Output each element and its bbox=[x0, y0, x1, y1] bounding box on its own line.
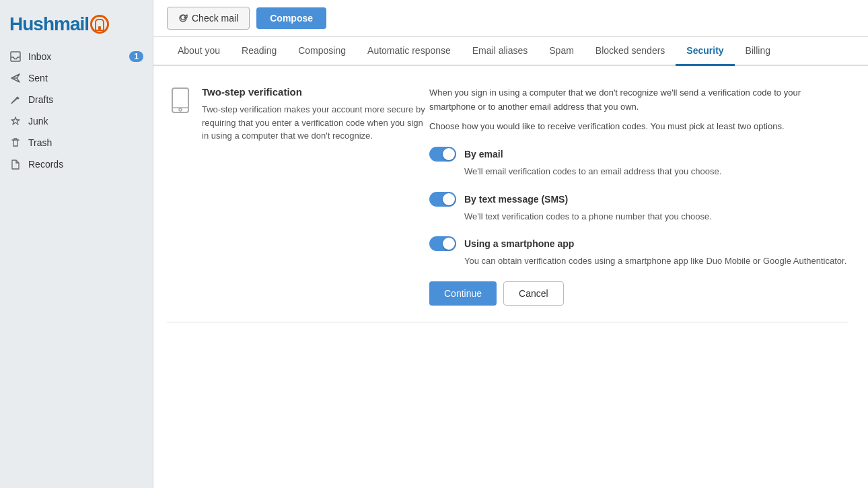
tabs-bar: About you Reading Composing Automatic re… bbox=[153, 37, 868, 66]
compose-button[interactable]: Compose bbox=[256, 7, 326, 29]
toggle-sms[interactable] bbox=[429, 192, 456, 207]
sidebar-item-junk[interactable]: Junk bbox=[0, 110, 153, 132]
sidebar-item-drafts[interactable]: Drafts bbox=[0, 89, 153, 110]
choose-text: Choose how you would like to receive ver… bbox=[429, 120, 848, 134]
tab-billing[interactable]: Billing bbox=[735, 37, 781, 66]
section-divider bbox=[167, 322, 848, 322]
tab-blocked-senders[interactable]: Blocked senders bbox=[585, 37, 676, 66]
tab-about-you[interactable]: About you bbox=[167, 37, 231, 66]
sidebar-item-inbox[interactable]: Inbox 1 bbox=[0, 46, 153, 67]
toggle-email[interactable] bbox=[429, 147, 456, 162]
tab-composing[interactable]: Composing bbox=[287, 37, 357, 66]
sidebar-item-trash[interactable]: Trash bbox=[0, 132, 153, 153]
sidebar-item-trash-label: Trash bbox=[28, 137, 52, 148]
refresh-icon bbox=[178, 13, 188, 23]
check-mail-label: Check mail bbox=[192, 13, 238, 24]
inbox-badge: 1 bbox=[129, 51, 143, 62]
tab-automatic-response[interactable]: Automatic response bbox=[357, 37, 462, 66]
sidebar-nav: Inbox 1 Sent Drafts bbox=[0, 46, 153, 175]
section-title: Two-step verification bbox=[202, 86, 431, 98]
action-buttons: Continue Cancel bbox=[429, 281, 848, 306]
toggle-row-email: By email bbox=[429, 147, 848, 162]
option-by-email: By email We'll email verification codes … bbox=[429, 147, 848, 178]
tab-reading[interactable]: Reading bbox=[231, 37, 287, 66]
sidebar-item-sent-label: Sent bbox=[28, 73, 48, 83]
tab-spam[interactable]: Spam bbox=[538, 37, 585, 66]
toggle-sms-label: By text message (SMS) bbox=[464, 194, 568, 205]
toggle-app-desc: You can obtain verification codes using … bbox=[464, 254, 848, 268]
junk-icon bbox=[9, 115, 22, 127]
toggle-app-label: Using a smartphone app bbox=[464, 238, 574, 249]
toggle-sms-desc: We'll text verification codes to a phone… bbox=[464, 210, 848, 223]
sidebar-item-sent[interactable]: Sent bbox=[0, 67, 153, 89]
toolbar: Check mail Compose bbox=[153, 0, 868, 37]
trash-icon bbox=[9, 137, 22, 149]
tab-email-aliases[interactable]: Email aliases bbox=[462, 37, 538, 66]
sidebar-item-junk-label: Junk bbox=[28, 116, 48, 127]
logo-icon bbox=[90, 15, 109, 34]
main-area: Check mail Compose About you Reading Com… bbox=[153, 0, 868, 488]
continue-button[interactable]: Continue bbox=[429, 281, 497, 306]
sidebar-item-inbox-label: Inbox bbox=[28, 51, 51, 62]
content-area: Two-step verification Two-step verificat… bbox=[153, 66, 868, 488]
logo-area: Hushmail bbox=[0, 7, 153, 46]
toggle-app[interactable] bbox=[429, 236, 456, 251]
two-step-section: Two-step verification Two-step verificat… bbox=[167, 86, 848, 306]
toggle-email-desc: We'll email verification codes to an ema… bbox=[464, 165, 848, 178]
compose-label: Compose bbox=[270, 13, 313, 24]
option-by-sms: By text message (SMS) We'll text verific… bbox=[429, 192, 848, 223]
cancel-button[interactable]: Cancel bbox=[503, 281, 564, 306]
inbox-icon bbox=[9, 50, 22, 63]
toggle-email-label: By email bbox=[464, 149, 503, 160]
sent-icon bbox=[9, 72, 22, 84]
section-right: When you sign in using a computer that w… bbox=[429, 86, 848, 306]
intro-text: When you sign in using a computer that w… bbox=[429, 86, 848, 114]
svg-point-2 bbox=[179, 108, 182, 111]
tab-security[interactable]: Security bbox=[676, 37, 734, 66]
svg-rect-0 bbox=[11, 52, 20, 61]
section-left: Two-step verification Two-step verificat… bbox=[202, 86, 431, 143]
sidebar-item-records[interactable]: Records bbox=[0, 153, 153, 175]
sidebar-item-drafts-label: Drafts bbox=[28, 94, 53, 105]
option-by-app: Using a smartphone app You can obtain ve… bbox=[429, 236, 848, 268]
sidebar-item-records-label: Records bbox=[28, 159, 63, 170]
logo-text: Hushmail bbox=[9, 13, 89, 35]
drafts-icon bbox=[9, 94, 22, 106]
records-icon bbox=[9, 158, 22, 170]
check-mail-button[interactable]: Check mail bbox=[167, 7, 250, 30]
toggle-row-app: Using a smartphone app bbox=[429, 236, 848, 251]
section-desc: Two-step verification makes your account… bbox=[202, 103, 431, 143]
phone-icon bbox=[167, 86, 194, 143]
sidebar: Hushmail Inbox 1 Sent bbox=[0, 0, 153, 488]
toggle-row-sms: By text message (SMS) bbox=[429, 192, 848, 207]
